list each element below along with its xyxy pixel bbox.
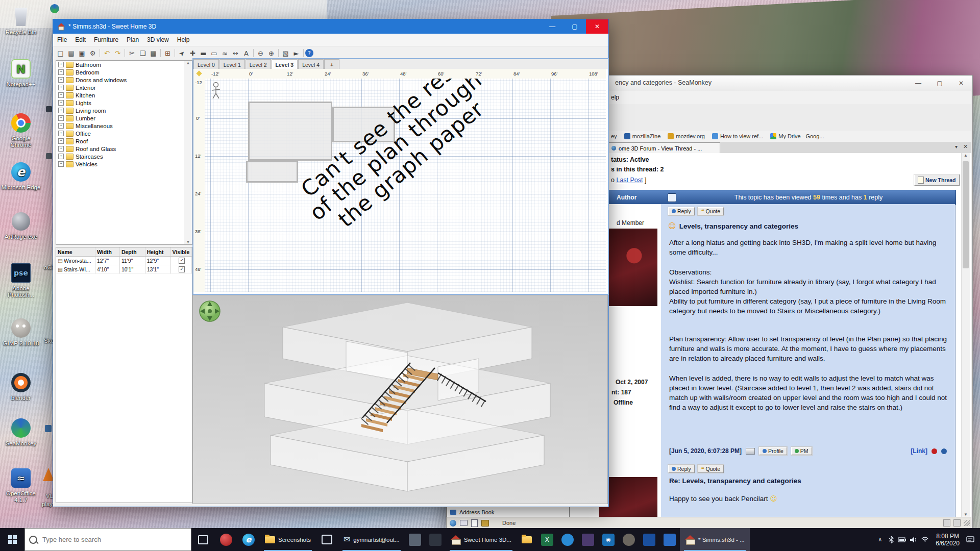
tab-list-dropdown-icon[interactable]: ▾	[955, 144, 958, 149]
taskbar-app-button[interactable]	[557, 528, 578, 551]
3d-navigation-compass[interactable]	[198, 299, 222, 323]
action-center-icon[interactable]	[965, 536, 976, 543]
top-icon[interactable]	[941, 448, 947, 454]
scrollbar-thumb[interactable]	[963, 161, 969, 268]
partial-app-icon[interactable]	[50, 4, 59, 13]
desktop-icon-chrome[interactable]: Google Chrome	[1, 112, 41, 148]
scroll-down-arrow[interactable]: ▼	[962, 512, 970, 517]
3d-view-pane[interactable]	[192, 295, 608, 504]
status-widget[interactable]	[943, 519, 950, 527]
plan-canvas[interactable]: Can't see the rest of the plan through t…	[205, 79, 606, 292]
category-bedroom[interactable]: +Bedroom	[56, 68, 192, 76]
reply-button[interactable]: Reply	[668, 465, 695, 473]
status-widget[interactable]	[953, 519, 961, 527]
battery-icon[interactable]	[897, 537, 908, 542]
tab-level-2[interactable]: Level 2	[246, 59, 271, 69]
taskbar-app-button[interactable]	[517, 528, 537, 551]
desktop-icon-recycle-bin[interactable]: Recycle Bin	[1, 6, 41, 36]
preferences-icon[interactable]: ⚙	[87, 48, 98, 59]
navigator-component-icon[interactable]	[450, 520, 456, 527]
undo-icon[interactable]: ↶	[102, 48, 112, 59]
furniture-row[interactable]: ▤Stairs-WI... 4'10" 10'1" 13'1" ✓	[56, 265, 192, 274]
new-home-icon[interactable]: □	[55, 48, 66, 59]
create-rooms-icon[interactable]: ▭	[209, 48, 219, 59]
tab-level-1[interactable]: Level 1	[219, 59, 245, 69]
help-icon[interactable]: ?	[305, 49, 313, 57]
taskbar-app-button[interactable]	[425, 528, 446, 551]
open-icon[interactable]: ▤	[66, 48, 77, 59]
desktop-icon-notepadpp[interactable]: N Notepad++	[1, 58, 41, 88]
category-exterior[interactable]: +Exterior	[56, 84, 192, 91]
close-button[interactable]: ✕	[586, 19, 608, 34]
volume-icon[interactable]	[908, 537, 919, 543]
save-icon[interactable]: ▣	[77, 48, 87, 59]
desktop-icon-gimp[interactable]: GIMP 2.10.18	[1, 317, 41, 347]
furniture-row[interactable]: ▤Wiron-sta... 12'7" 11'9" 12'9" ✓	[56, 257, 192, 265]
bookmark-mozillazine[interactable]: mozillaZine	[624, 133, 661, 139]
taskbar-sweethome-button[interactable]: Sweet Home 3D...	[446, 528, 517, 551]
category-living-room[interactable]: +Living room	[56, 107, 192, 114]
category-lights[interactable]: +Lights	[56, 99, 192, 107]
sweethome3d-titlebar[interactable]: * Simms.sh3d - Sweet Home 3D — ▢ ✕	[53, 19, 608, 34]
menu-3d-view[interactable]: 3D view	[143, 36, 173, 43]
taskbar-app-button[interactable]	[659, 528, 680, 551]
visible-checkbox[interactable]: ✓	[179, 266, 185, 272]
category-kitchen[interactable]: +Kitchen	[56, 91, 192, 99]
taskbar-edge-button[interactable]: e	[237, 528, 260, 551]
partial-app-icon[interactable]	[46, 106, 52, 112]
expander-icon[interactable]: +	[58, 69, 64, 75]
create-video-icon[interactable]: ►	[291, 48, 302, 59]
taskbar-app-button[interactable]	[619, 528, 639, 551]
expander-icon[interactable]: +	[58, 85, 64, 90]
new-thread-button[interactable]: New Thread	[914, 174, 960, 186]
create-walls-icon[interactable]: ▬	[198, 48, 209, 59]
menu-file[interactable]: File	[53, 36, 71, 43]
add-level-button[interactable]: +	[324, 59, 339, 69]
task-view-button[interactable]	[191, 528, 215, 551]
category-bathroom[interactable]: +Bathroom	[56, 61, 192, 68]
visible-checkbox[interactable]: ✓	[179, 258, 185, 264]
category-roof-and-glass[interactable]: +Roof and Glass	[56, 145, 192, 153]
taskbar-app-button[interactable]	[578, 528, 598, 551]
menu-help[interactable]: Help	[173, 36, 194, 43]
mail-component-icon[interactable]	[460, 520, 468, 526]
close-tab-icon[interactable]: ✕	[963, 143, 968, 150]
minimize-button[interactable]: —	[541, 19, 564, 34]
desktop-icon-photoshop[interactable]: pse Adobe Photosh...	[1, 262, 41, 298]
last-post-link[interactable]: Last Post	[616, 177, 643, 184]
taskbar-store-button[interactable]	[316, 528, 338, 551]
minimize-button[interactable]: —	[910, 77, 926, 89]
taskbar-app-button[interactable]: ◉	[598, 528, 619, 551]
expander-icon[interactable]: +	[58, 131, 64, 136]
category-lumber[interactable]: +Lumber	[56, 114, 192, 122]
add-text-icon[interactable]: A	[241, 48, 252, 59]
page-scrollbar[interactable]: ▲ ▼	[961, 153, 970, 517]
maximize-button[interactable]: ▢	[564, 19, 586, 34]
visitor-figure-icon[interactable]	[210, 82, 222, 100]
plan-room[interactable]	[246, 161, 298, 183]
tab-level-3[interactable]: Level 3	[272, 59, 298, 69]
expander-icon[interactable]: +	[58, 108, 64, 113]
taskbar-app-button[interactable]	[639, 528, 659, 551]
category-miscellaneous[interactable]: +Miscellaneous	[56, 122, 192, 130]
composer-component-icon[interactable]	[471, 519, 478, 527]
taskbar-mail-button[interactable]: ✉ gymnartist@out...	[338, 528, 405, 551]
quote-button[interactable]: ❝Quote	[698, 465, 724, 473]
start-button[interactable]	[0, 528, 24, 551]
create-dimensions-icon[interactable]: ↔	[230, 48, 241, 59]
desktop-icon-openoffice[interactable]: ≈ OpenOffice 4.1.7	[1, 467, 41, 504]
desktop-icon-artrage[interactable]: ArtRage.exe	[1, 211, 41, 240]
bluetooth-icon[interactable]	[886, 536, 897, 543]
taskbar-artrage-button[interactable]	[215, 528, 237, 551]
zoom-in-icon[interactable]: ⊕	[266, 48, 277, 59]
expander-icon[interactable]: +	[58, 77, 64, 83]
taskbar-app-button[interactable]: X	[537, 528, 557, 551]
expander-icon[interactable]: +	[58, 138, 64, 144]
search-input[interactable]	[41, 535, 171, 544]
expander-icon[interactable]: +	[58, 62, 64, 67]
expander-icon[interactable]: +	[58, 123, 64, 129]
category-staircases[interactable]: +Staircases	[56, 153, 192, 160]
category-doors-windows[interactable]: +Doors and windows	[56, 76, 192, 84]
help-menu-fragment[interactable]: elp	[611, 94, 619, 101]
category-vehicles[interactable]: +Vehicles	[56, 160, 192, 168]
